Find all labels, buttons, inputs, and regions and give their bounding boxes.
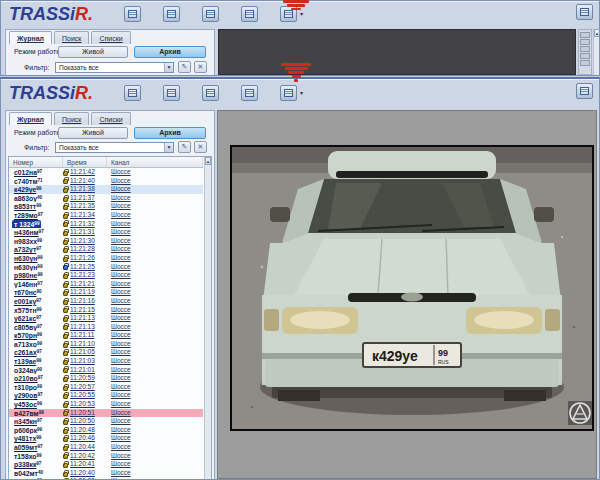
scrollbar[interactable]: ▲	[593, 29, 600, 75]
plate-region: 99	[37, 384, 42, 389]
tab-lists[interactable]: Списки	[91, 112, 130, 125]
event-channel: Шоссе	[107, 374, 203, 383]
table-row[interactable]: у621кс97 11:21:13 Шоссе	[9, 314, 203, 323]
table-row[interactable]: с012на97 11:21:42 Шоссе	[9, 168, 203, 177]
table-row[interactable]: н983хх99 11:21:30 Шоссе	[9, 237, 203, 246]
table-row[interactable]: р338кк97 11:20:41 Шоссе	[9, 460, 203, 469]
live-mode-button[interactable]: Живой	[58, 46, 128, 58]
table-row[interactable]: н436нм97 11:21:31 Шоссе	[9, 228, 203, 237]
table-row[interactable]: е001ку97 11:21:16 Шоссе	[9, 297, 203, 306]
table-row[interactable]: а863оу40 11:21:37 Шоссе	[9, 194, 203, 203]
column-header-number[interactable]: Номер	[9, 157, 63, 167]
table-row[interactable]: т670нс90 11:21:19 Шоссе	[9, 288, 203, 297]
table-row[interactable]: в853тт99 11:21:35 Шоссе	[9, 202, 203, 211]
archive-mode-button[interactable]: Архив	[134, 127, 206, 139]
plate-region: 97	[36, 315, 41, 320]
filter-dropdown[interactable]: Показать все▼	[55, 62, 174, 73]
column-header-time[interactable]: Время	[63, 157, 107, 167]
table-scrollbar[interactable]: ▲	[204, 157, 211, 480]
filter-clear-button[interactable]: ✕	[194, 141, 207, 153]
table-row[interactable]: к570рн99 11:21:11 Шоссе	[9, 331, 203, 340]
plate-region: 40	[37, 195, 42, 200]
combo-arrow-icon[interactable]: ▼	[164, 143, 173, 152]
event-time: 11:21:13	[70, 314, 95, 323]
table-row[interactable]: х575тн99 11:21:15 Шоссе	[9, 306, 203, 315]
tab-journal[interactable]: Журнал	[9, 31, 52, 44]
snapshot-icon[interactable]	[241, 85, 258, 101]
table-row[interactable]: к429уе99 11:21:38 Шоссе	[9, 185, 203, 194]
filter-dropdown[interactable]: Показать все▼	[55, 142, 174, 153]
video-frame[interactable]: к429уе 99 RUS	[230, 145, 594, 431]
table-row[interactable]: а713хо99 11:21:10 Шоссе	[9, 340, 203, 349]
table-row[interactable]: у481тх99 11:20:46 Шоссе	[9, 434, 203, 443]
table-row[interactable]: в427вм99 11:20:51 Шоссе	[9, 409, 203, 418]
table-row[interactable]: а732ут97 11:21:28 Шоссе	[9, 245, 203, 254]
filter-clear-button[interactable]: ✕	[194, 61, 207, 73]
layout-icon[interactable]	[280, 85, 297, 101]
table-row[interactable]: в042мт40 11:20:40 Шоссе	[9, 469, 203, 478]
event-icon	[63, 446, 68, 451]
plate-region: 99	[37, 427, 42, 432]
tab-search[interactable]: Поиск	[54, 31, 89, 44]
table-row[interactable]: о324ау90 11:21:01 Шоссе	[9, 366, 203, 375]
event-channel: Шоссе	[107, 452, 203, 461]
event-icon	[63, 472, 68, 477]
event-icon	[63, 377, 68, 382]
journal-icon[interactable]	[202, 6, 219, 22]
table-row[interactable]: т158хо99 11:20:42 Шоссе	[9, 452, 203, 461]
plate-region: 97	[37, 444, 42, 449]
live-mode-button[interactable]: Живой	[58, 127, 128, 139]
display-icon[interactable]	[124, 6, 141, 22]
table-row[interactable]: т289мо97 11:21:34 Шоссе	[9, 211, 203, 220]
table-row[interactable]: т 132499 11:21:32 Шоссе	[9, 220, 203, 229]
table-row[interactable]: у146нн97 11:21:21 Шоссе	[9, 280, 203, 289]
frame-strip[interactable]	[578, 29, 592, 75]
event-icon	[63, 317, 68, 322]
edit-icon[interactable]	[163, 85, 180, 101]
scroll-up-icon[interactable]: ▲	[205, 157, 211, 165]
dropdown-arrow-icon[interactable]: ▾	[300, 90, 303, 96]
column-header-channel[interactable]: Канал	[107, 157, 203, 167]
tab-journal[interactable]: Журнал	[9, 112, 52, 125]
table-row[interactable]: р606рк99 11:20:48 Шоссе	[9, 426, 203, 435]
plate-region: 97	[37, 418, 42, 423]
combo-arrow-icon[interactable]: ▼	[164, 63, 173, 72]
table-row[interactable]: н630ун99 11:21:25 Шоссе	[9, 263, 203, 272]
tab-lists[interactable]: Списки	[91, 31, 130, 44]
plate-number: а732ут	[14, 246, 36, 253]
filter-edit-button[interactable]: ✎	[178, 141, 191, 153]
filter-edit-button[interactable]: ✎	[178, 61, 191, 73]
table-row[interactable]: у290ов97 11:20:55 Шоссе	[9, 391, 203, 400]
scroll-up-icon[interactable]: ▲	[594, 29, 600, 37]
plate-number: т310ро	[14, 384, 37, 391]
table-row[interactable]: н630ун99 11:21:26 Шоссе	[9, 254, 203, 263]
plate-region: 97	[37, 392, 42, 397]
table-row[interactable]: а059мт97 11:20:44 Шоссе	[9, 443, 203, 452]
edit-icon[interactable]	[163, 6, 180, 22]
event-icon	[63, 231, 68, 236]
snapshot-icon[interactable]	[241, 6, 258, 22]
plate-number: о210во	[14, 375, 38, 382]
table-row[interactable]: н345кн97 11:20:50 Шоссе	[9, 417, 203, 426]
video-area-empty	[218, 29, 576, 75]
table-row[interactable]: с805ву97 11:21:13 Шоссе	[9, 323, 203, 332]
panel-toggle-icon[interactable]	[576, 83, 593, 99]
tab-search[interactable]: Поиск	[54, 112, 89, 125]
table-row[interactable]: с740тм71 11:21:40 Шоссе	[9, 177, 203, 186]
archive-mode-button[interactable]: Архив	[134, 46, 206, 58]
table-row[interactable]: р980не99 11:21:23 Шоссе	[9, 271, 203, 280]
table-row[interactable]: о210во97 11:20:59 Шоссе	[9, 374, 203, 383]
dropdown-arrow-icon[interactable]: ▾	[300, 11, 303, 17]
table-row[interactable]: т139ае99 11:21:03 Шоссе	[9, 357, 203, 366]
event-time: 11:20:46	[70, 434, 95, 443]
event-icon	[63, 265, 68, 270]
event-channel: Шоссе	[107, 263, 203, 272]
journal-icon[interactable]	[202, 85, 219, 101]
table-row[interactable]: у453ос99 11:20:53 Шоссе	[9, 400, 203, 409]
event-icon	[63, 308, 68, 313]
event-time: 11:21:42	[70, 168, 95, 177]
table-row[interactable]: с261ах97 11:21:05 Шоссе	[9, 348, 203, 357]
table-row[interactable]: т310ро99 11:20:57 Шоссе	[9, 383, 203, 392]
panel-toggle-icon[interactable]	[576, 4, 593, 20]
display-icon[interactable]	[124, 85, 141, 101]
